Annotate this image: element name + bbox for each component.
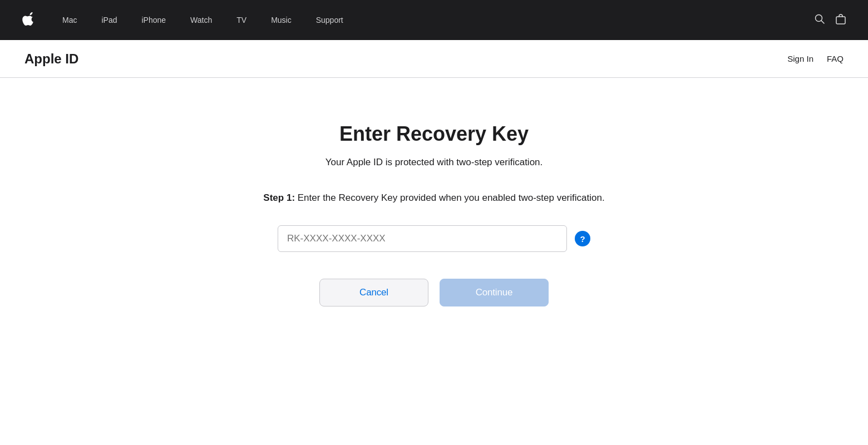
sign-in-link[interactable]: Sign In <box>787 54 813 63</box>
step-instruction: Step 1: Enter the Recovery Key provided … <box>263 190 604 205</box>
svg-rect-2 <box>836 17 845 24</box>
subtitle-text: Your Apple ID is protected with two-step… <box>326 157 543 168</box>
main-content: Enter Recovery Key Your Apple ID is prot… <box>0 78 868 340</box>
nav-links: Mac iPad iPhone Watch TV Music Support <box>50 15 356 25</box>
bag-icon[interactable] <box>836 13 846 27</box>
secondary-header: Apple ID Sign In FAQ <box>0 40 868 78</box>
nav-item-tv[interactable]: TV <box>224 15 259 25</box>
recovery-key-input[interactable] <box>278 225 567 252</box>
nav-item-mac[interactable]: Mac <box>50 15 89 25</box>
help-icon-button[interactable]: ? <box>575 231 590 246</box>
svg-line-1 <box>821 21 824 23</box>
nav-item-music[interactable]: Music <box>259 15 304 25</box>
top-nav: Mac iPad iPhone Watch TV Music Support <box>0 0 868 40</box>
faq-link[interactable]: FAQ <box>827 54 844 63</box>
step-label: Step 1: <box>263 192 295 203</box>
step-description: Enter the Recovery Key provided when you… <box>295 192 605 203</box>
apple-logo-icon[interactable] <box>22 12 33 28</box>
nav-item-ipad[interactable]: iPad <box>89 15 129 25</box>
button-row: Cancel Continue <box>319 279 549 306</box>
nav-item-support[interactable]: Support <box>304 15 356 25</box>
page-title: Enter Recovery Key <box>339 122 529 146</box>
continue-button[interactable]: Continue <box>440 279 549 306</box>
secondary-nav: Sign In FAQ <box>787 54 844 63</box>
cancel-button[interactable]: Cancel <box>319 279 428 306</box>
apple-id-title: Apple ID <box>24 51 78 67</box>
nav-right <box>815 13 846 27</box>
nav-left: Mac iPad iPhone Watch TV Music Support <box>22 12 356 28</box>
input-row: ? <box>278 225 590 252</box>
nav-item-iphone[interactable]: iPhone <box>129 15 178 25</box>
search-icon[interactable] <box>815 14 825 27</box>
nav-item-watch[interactable]: Watch <box>178 15 224 25</box>
